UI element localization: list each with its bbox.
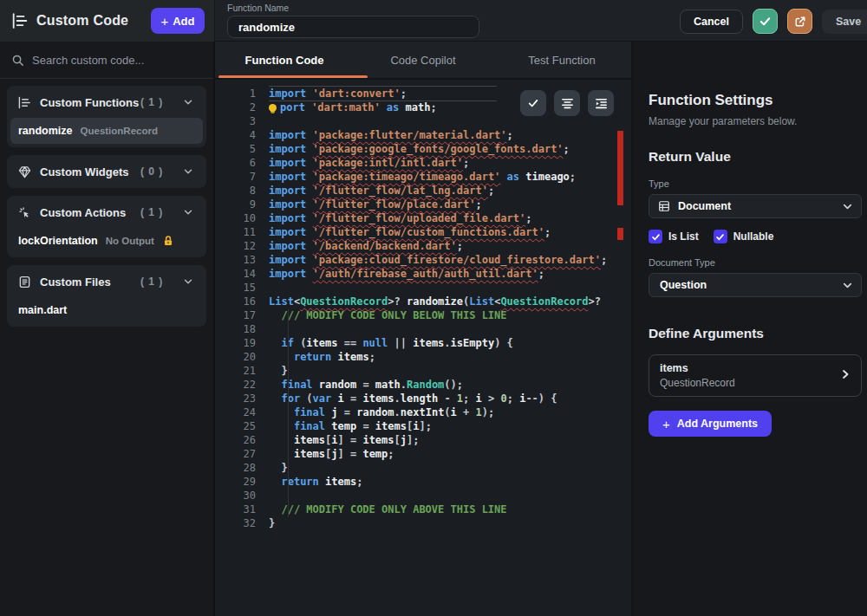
save-button[interactable]: Save <box>822 10 867 34</box>
confirm-button[interactable] <box>753 9 778 34</box>
code-line[interactable]: 31 /// MODIFY CODE ONLY ABOVE THIS LINE <box>215 503 631 516</box>
argument-item-items[interactable]: items QuestionRecord <box>649 354 862 397</box>
code-line[interactable]: 20 return items; <box>215 350 631 364</box>
code-line[interactable]: 7import 'package:timeago/timeago.dart' a… <box>215 170 631 184</box>
error-marker-stripe <box>617 131 623 205</box>
code-line[interactable]: 4import 'package:flutter/material.dart'; <box>215 128 631 142</box>
chevron-down-icon[interactable] <box>182 276 194 288</box>
custom-files-header[interactable]: Custom Files ( 1 ) <box>10 269 203 295</box>
code-line[interactable]: 11import '/flutter_flow/custom_functions… <box>215 225 631 239</box>
code-line[interactable]: 10import '/flutter_flow/uploaded_file.da… <box>215 211 631 225</box>
code-line[interactable]: 18 <box>215 322 631 336</box>
code-line[interactable]: 29 return items; <box>215 475 631 489</box>
line-number: 10 <box>215 211 269 225</box>
section-count: ( 1 ) <box>140 96 163 108</box>
code-line[interactable]: 19 if (items == null || items.isEmpty) { <box>215 336 631 350</box>
code-line[interactable]: 28 } <box>215 461 631 475</box>
custom-files-icon <box>18 276 31 289</box>
search-input[interactable] <box>32 54 188 67</box>
plus-icon: + <box>662 417 670 431</box>
define-arguments-heading: Define Arguments <box>649 326 862 341</box>
tab-function-code[interactable]: Function Code <box>215 42 354 78</box>
panel-title: Function Settings <box>649 92 862 109</box>
code-line[interactable]: 26 items[i] = items[j]; <box>215 433 631 447</box>
lightbulb-icon[interactable] <box>269 104 277 112</box>
indent-guide <box>288 309 289 517</box>
code-line[interactable]: 22 final random = math.Random(); <box>215 378 631 392</box>
action-item-lockorientation[interactable]: lockOrientation No Output <box>10 228 203 254</box>
line-number: 1 <box>215 87 269 101</box>
line-number: 20 <box>215 350 269 364</box>
cancel-button[interactable]: Cancel <box>680 10 743 34</box>
custom-actions-section: Custom Actions ( 1 ) lockOrientation No … <box>7 196 206 257</box>
chevron-down-icon[interactable] <box>182 96 194 108</box>
custom-widgets-header[interactable]: Custom Widgets ( 0 ) <box>10 159 203 185</box>
code-line[interactable]: 23 for (var i = items.length - 1; i > 0;… <box>215 392 631 405</box>
code-line[interactable]: 6import 'package:intl/intl.dart'; <box>215 156 631 170</box>
code-line[interactable]: 30 <box>215 489 631 503</box>
search-icon <box>11 54 24 67</box>
line-number: 11 <box>215 225 269 239</box>
code-line[interactable]: 12import '/backend/backend.dart'; <box>215 239 631 253</box>
format-code-button[interactable] <box>554 90 580 116</box>
file-item-maindart[interactable]: main.dart <box>10 297 203 323</box>
add-button[interactable]: + Add <box>151 8 205 34</box>
function-settings-panel: Function Settings Manage your parameters… <box>633 42 867 616</box>
open-external-icon <box>794 16 806 28</box>
line-number: 24 <box>215 405 269 419</box>
return-value-heading: Return Value <box>649 149 862 165</box>
line-number: 12 <box>215 239 269 253</box>
code-line[interactable]: 32} <box>215 516 631 530</box>
validate-code-button[interactable] <box>520 90 546 116</box>
line-number: 19 <box>215 336 269 350</box>
topbar-actions: Cancel Save <box>680 9 867 34</box>
indent-code-button[interactable] <box>588 90 614 116</box>
line-number: 5 <box>215 142 269 156</box>
code-line[interactable]: 17 /// MODIFY CODE ONLY BELOW THIS LINE <box>215 308 631 322</box>
tab-code-copilot[interactable]: Code Copilot <box>354 42 492 78</box>
code-line[interactable]: 13import 'package:cloud_firestore/cloud_… <box>215 253 631 267</box>
section-label: Custom Actions <box>40 206 126 219</box>
chevron-down-icon[interactable] <box>182 165 194 178</box>
add-arguments-button[interactable]: + Add Arguments <box>649 411 772 437</box>
chevron-down-icon[interactable] <box>182 206 194 218</box>
function-item-randomize[interactable]: randomize QuestionRecord <box>10 118 203 144</box>
line-number: 4 <box>215 128 269 142</box>
checked-icon <box>714 230 727 243</box>
code-line[interactable]: 9import '/flutter_flow/place.dart'; <box>215 198 631 211</box>
tab-test-function[interactable]: Test Function <box>492 42 631 78</box>
code-line[interactable]: 27 items[j] = temp; <box>215 447 631 461</box>
section-count: ( 1 ) <box>140 206 163 218</box>
line-number: 13 <box>215 253 269 267</box>
nullable-checkbox[interactable]: Nullable <box>714 230 774 243</box>
return-type-dropdown[interactable]: Document <box>649 194 862 218</box>
document-type-dropdown[interactable]: Question <box>649 273 862 297</box>
code-line[interactable]: 21 } <box>215 364 631 378</box>
code-line[interactable]: 14import '/auth/firebase_auth/auth_util.… <box>215 267 631 281</box>
custom-functions-header[interactable]: Custom Functions ( 1 ) <box>10 89 203 115</box>
is-list-checkbox[interactable]: Is List <box>649 230 699 243</box>
section-label: Custom Functions <box>40 96 139 109</box>
function-name-input[interactable] <box>227 16 479 38</box>
lock-icon <box>162 235 174 247</box>
type-label: Type <box>649 178 862 189</box>
custom-widgets-icon <box>18 165 31 178</box>
section-label: Custom Files <box>40 276 111 289</box>
code-line[interactable]: 25 final temp = items[i]; <box>215 419 631 433</box>
code-line[interactable]: 5import 'package:google_fonts/google_fon… <box>215 142 631 156</box>
line-number: 17 <box>215 308 269 322</box>
check-icon <box>759 15 772 28</box>
code-line[interactable]: 24 final j = random.nextInt(i + 1); <box>215 405 631 419</box>
line-number: 21 <box>215 364 269 378</box>
section-label: Custom Widgets <box>40 165 128 178</box>
code-line[interactable]: 16List<QuestionRecord>? randomize(List<Q… <box>215 295 631 308</box>
code-line[interactable]: 8import '/flutter_flow/lat_lng.dart'; <box>215 184 631 198</box>
open-external-button[interactable] <box>787 9 812 34</box>
code-lines: 1import 'dart:convert';2port 'dart:math'… <box>215 80 631 530</box>
code-line[interactable]: 3 <box>215 114 631 128</box>
custom-actions-icon <box>18 206 31 219</box>
line-number: 31 <box>215 503 269 516</box>
custom-actions-header[interactable]: Custom Actions ( 1 ) <box>10 199 203 225</box>
code-editor[interactable]: 1import 'dart:convert';2port 'dart:math'… <box>215 80 631 616</box>
code-line[interactable]: 15 <box>215 281 631 295</box>
